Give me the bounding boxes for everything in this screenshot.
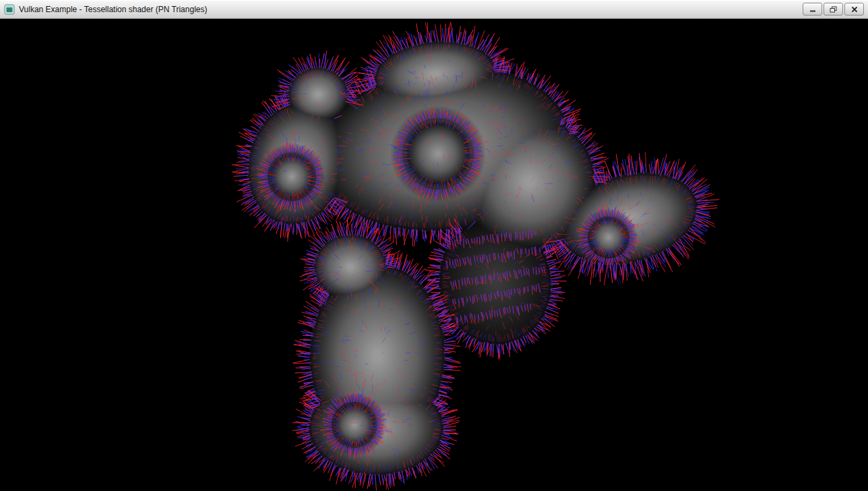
close-button[interactable]	[844, 3, 864, 16]
window-controls	[803, 3, 864, 16]
minimize-button[interactable]	[803, 3, 822, 16]
app-window: Vulkan Example - Tessellation shader (PN…	[0, 0, 868, 491]
close-icon	[851, 6, 858, 13]
restore-icon	[830, 6, 837, 13]
restore-button[interactable]	[824, 3, 843, 16]
minimize-icon	[809, 6, 816, 12]
window-title: Vulkan Example - Tessellation shader (PN…	[19, 5, 207, 14]
vulkan-viewport[interactable]	[0, 19, 868, 491]
app-icon	[4, 4, 15, 15]
titlebar[interactable]: Vulkan Example - Tessellation shader (PN…	[0, 0, 868, 19]
